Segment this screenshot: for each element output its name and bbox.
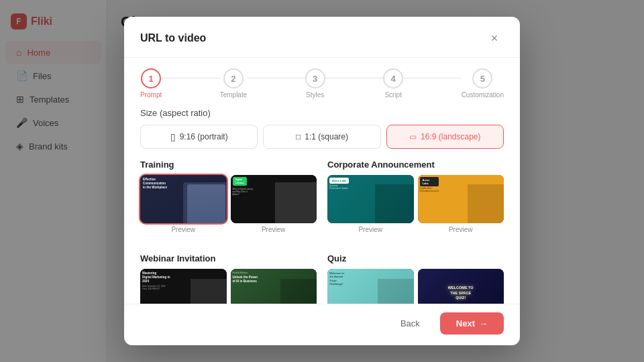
quiz-template-1[interactable]: Welcome tothe AnimalTriviaChallenge! bbox=[327, 269, 414, 304]
size-landscape-label: 16:9 (landscape) bbox=[421, 132, 480, 141]
next-arrow-icon: → bbox=[479, 318, 488, 328]
size-portrait-button[interactable]: ▯ 9:16 (portrait) bbox=[140, 125, 258, 149]
size-options: ▯ 9:16 (portrait) □ 1:1 (square) ▭ 16:9 … bbox=[140, 125, 504, 149]
training-template-2-wrapper: DigitalLiteracy What is Digital Literacy… bbox=[231, 175, 317, 233]
modal-title: URL to video bbox=[140, 32, 206, 44]
webinar-template-2[interactable]: Monthly Webinar Unlock the Powerof AI in… bbox=[231, 269, 317, 304]
webinar-grid: MasteringDigital Marketing in2024 Date: … bbox=[140, 269, 317, 304]
step-2-label: Template bbox=[220, 91, 248, 99]
corp-template-1-wrapper: Acme Labs QuarterlyPerformance Update Pr… bbox=[327, 175, 414, 233]
quiz-grid: Welcome tothe AnimalTriviaChallenge! Pre… bbox=[327, 269, 504, 304]
size-square-label: 1:1 (square) bbox=[305, 132, 348, 141]
training-thumb-1: EffectiveCommunicationin the Workplace bbox=[140, 175, 227, 223]
portrait-icon: ▯ bbox=[170, 131, 176, 142]
quiz-template-2-wrapper: WELCOME TOTHE SPACEQUIZ! Preview bbox=[418, 269, 504, 304]
quiz-template-2[interactable]: WELCOME TOTHE SPACEQUIZ! bbox=[418, 269, 504, 304]
quiz-thumb-2: WELCOME TOTHE SPACEQUIZ! bbox=[418, 269, 504, 304]
training-thumb-2: DigitalLiteracy What is Digital Literacy… bbox=[231, 175, 317, 223]
webinar-template-1-wrapper: MasteringDigital Marketing in2024 Date: … bbox=[140, 269, 227, 304]
training-template-1[interactable]: EffectiveCommunicationin the Workplace bbox=[140, 175, 227, 223]
corp-template-2-preview: Preview bbox=[418, 226, 504, 233]
training-template-2[interactable]: DigitalLiteracy What is Digital Literacy… bbox=[231, 175, 317, 223]
step-4-label: Script bbox=[384, 91, 402, 99]
corporate-section: Corporate Announcement Acme Labs bbox=[327, 160, 504, 233]
quiz-title: Quiz bbox=[327, 253, 504, 263]
templates-grid-container: Training EffectiveCommunicationin the Wo… bbox=[140, 160, 504, 304]
next-label: Next bbox=[456, 318, 475, 328]
modal-body: Size (aspect ratio) ▯ 9:16 (portrait) □ … bbox=[124, 105, 520, 304]
step-connector-1 bbox=[162, 78, 219, 78]
corp-template-2[interactable]: AcmeLabs Flexible WorkPolicy Announcemen… bbox=[418, 175, 504, 223]
step-connector-3 bbox=[325, 78, 383, 78]
webinar-title: Webinar Invitation bbox=[140, 253, 317, 263]
next-button[interactable]: Next → bbox=[440, 312, 504, 335]
step-1: 1 Prompt bbox=[140, 68, 162, 99]
square-icon: □ bbox=[296, 132, 301, 141]
step-4: 4 Script bbox=[383, 68, 403, 99]
size-landscape-button[interactable]: ▭ 16:9 (landscape) bbox=[386, 125, 504, 149]
step-connector-4 bbox=[403, 78, 461, 78]
training-title: Training bbox=[140, 160, 317, 170]
step-5-circle: 5 bbox=[472, 68, 492, 88]
step-3-circle: 3 bbox=[305, 68, 325, 88]
training-section: Training EffectiveCommunicationin the Wo… bbox=[140, 160, 317, 233]
steps-bar: 1 Prompt 2 Template 3 Styles bbox=[124, 58, 520, 105]
modal-header: URL to video × bbox=[124, 17, 520, 58]
step-2: 2 Template bbox=[220, 68, 248, 99]
corporate-grid: Acme Labs QuarterlyPerformance Update Pr… bbox=[327, 175, 504, 233]
landscape-icon: ▭ bbox=[409, 132, 417, 141]
size-section-label: Size (aspect ratio) bbox=[140, 108, 504, 118]
step-3-label: Styles bbox=[306, 91, 324, 99]
step-1-circle: 1 bbox=[141, 68, 161, 88]
step-1-label: Prompt bbox=[140, 91, 162, 99]
step-2-circle: 2 bbox=[223, 68, 244, 88]
step-connector-2 bbox=[247, 78, 305, 78]
webinar-template-2-wrapper: Monthly Webinar Unlock the Powerof AI in… bbox=[231, 269, 317, 304]
step-4-circle: 4 bbox=[383, 68, 403, 88]
step-5-label: Customization bbox=[462, 91, 504, 99]
size-square-button[interactable]: □ 1:1 (square) bbox=[263, 125, 380, 149]
back-button[interactable]: Back bbox=[387, 313, 433, 334]
corp-template-1-preview: Preview bbox=[327, 226, 414, 233]
url-to-video-modal: URL to video × 1 Prompt 2 Template 3 bbox=[124, 17, 520, 345]
size-portrait-label: 9:16 (portrait) bbox=[180, 132, 228, 141]
training-template-2-preview: Preview bbox=[231, 226, 317, 233]
training-template-1-preview: Preview bbox=[140, 226, 227, 233]
corp-template-1[interactable]: Acme Labs QuarterlyPerformance Update bbox=[327, 175, 414, 223]
webinar-template-1[interactable]: MasteringDigital Marketing in2024 Date: … bbox=[140, 269, 227, 304]
corporate-title: Corporate Announcement bbox=[327, 160, 504, 170]
webinar-section: Webinar Invitation MasteringDigital Mark… bbox=[140, 253, 317, 304]
corp-thumb-1: Acme Labs QuarterlyPerformance Update bbox=[327, 175, 414, 223]
modal-close-button[interactable]: × bbox=[485, 29, 504, 48]
modal-footer: Back Next → bbox=[124, 304, 520, 345]
quiz-template-1-wrapper: Welcome tothe AnimalTriviaChallenge! Pre… bbox=[327, 269, 414, 304]
quiz-thumb-1: Welcome tothe AnimalTriviaChallenge! bbox=[327, 269, 414, 304]
corp-template-2-wrapper: AcmeLabs Flexible WorkPolicy Announcemen… bbox=[418, 175, 504, 233]
step-3: 3 Styles bbox=[305, 68, 325, 99]
quiz-section: Quiz Welcome tothe AnimalTriviaChallenge… bbox=[327, 253, 504, 304]
training-template-1-wrapper: EffectiveCommunicationin the Workplace P… bbox=[140, 175, 227, 233]
corp-thumb-2: AcmeLabs Flexible WorkPolicy Announcemen… bbox=[418, 175, 504, 223]
training-grid: EffectiveCommunicationin the Workplace P… bbox=[140, 175, 317, 233]
step-5: 5 Customization bbox=[462, 68, 504, 99]
webinar-thumb-2: Monthly Webinar Unlock the Powerof AI in… bbox=[231, 269, 317, 304]
webinar-thumb-1: MasteringDigital Marketing in2024 Date: … bbox=[140, 269, 227, 304]
modal-overlay: URL to video × 1 Prompt 2 Template 3 bbox=[0, 0, 644, 362]
